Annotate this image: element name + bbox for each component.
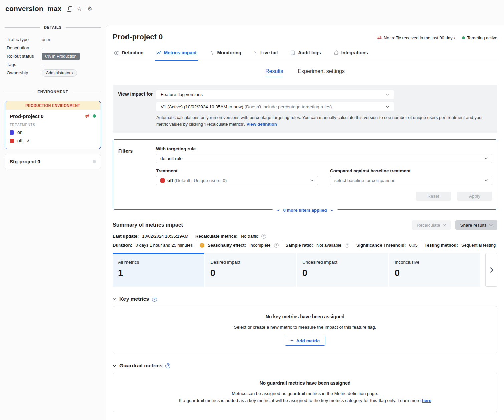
card-all-metrics[interactable]: All metrics 1: [113, 253, 204, 287]
chevron-down-icon: [277, 209, 280, 211]
environment-heading: ENVIRONMENT: [37, 90, 68, 94]
puzzle-icon: [334, 50, 339, 55]
warning-icon: !: [200, 243, 204, 248]
stg-environment-name: Stg-project 0: [10, 159, 93, 164]
main-wrap: Prod-project 0 ⇄ No traffic received in …: [106, 0, 504, 420]
collapse-icon[interactable]: [113, 298, 116, 300]
reset-button[interactable]: Reset: [416, 192, 451, 201]
key-metrics-title: Key metrics: [119, 296, 149, 302]
treatment-on-label: on: [17, 130, 23, 135]
detail-row-ownership: Ownership Administrators: [7, 69, 101, 77]
treatment-off-row: off ✳: [10, 138, 96, 143]
detail-row-description: Description -: [7, 44, 101, 52]
flag-header: conversion_max ☆ ⚙: [5, 5, 101, 13]
summary-meta-line-2: Duration: 0 days 1 hour and 25 minutes !…: [113, 243, 497, 248]
environment-card-staging[interactable]: Stg-project 0: [5, 154, 101, 169]
prod-environment-name: Prod-project 0: [10, 113, 85, 119]
chevron-down-icon: [484, 179, 488, 182]
left-sidebar: conversion_max ☆ ⚙ DETAILS Traffic type …: [0, 0, 106, 420]
tab-audit-logs[interactable]: Audit logs: [289, 48, 322, 61]
view-definition-link[interactable]: View definition: [246, 122, 277, 127]
treatment-on-color: [10, 130, 14, 135]
card-undesired-impact[interactable]: Undesired impact 0: [297, 253, 388, 287]
help-icon[interactable]: ?: [345, 243, 349, 248]
default-treatment-icon: ✳: [26, 138, 30, 143]
baseline-label: Compared against baseline treatment: [330, 168, 492, 173]
view-impact-section: View impact for Feature flag versions V1…: [113, 85, 497, 133]
treatment-label: Treatment: [156, 168, 318, 173]
no-traffic-icon: ⇄: [377, 35, 382, 41]
add-metric-button[interactable]: + Add metric: [285, 336, 325, 346]
chevron-down-icon: [386, 93, 389, 96]
impact-note: Automatic calculations only run on versi…: [156, 114, 492, 127]
help-icon[interactable]: ?: [152, 297, 157, 302]
copy-icon[interactable]: [67, 6, 72, 11]
main-panel: Prod-project 0 ⇄ No traffic received in …: [106, 25, 504, 420]
tab-live-tail[interactable]: >_ Live tail: [253, 48, 279, 61]
help-icon[interactable]: ?: [261, 234, 266, 239]
tab-metrics-impact[interactable]: Metrics impact: [155, 48, 198, 61]
card-inconclusive[interactable]: Inconclusive 0: [389, 253, 480, 287]
tab-definition[interactable]: Definition: [113, 48, 145, 61]
details-heading: DETAILS: [44, 25, 62, 29]
chevron-right-icon: [490, 267, 493, 273]
targeting-rule-dropdown[interactable]: default rule: [156, 154, 492, 163]
chevron-down-icon: [330, 209, 333, 211]
environment-divider: ENVIRONMENT: [5, 90, 101, 94]
ownership-pill[interactable]: Administrators: [42, 69, 77, 77]
help-icon[interactable]: ?: [274, 243, 279, 248]
chevron-down-icon: [443, 224, 446, 226]
learn-more-link[interactable]: here: [422, 398, 432, 403]
plus-icon: +: [290, 338, 293, 344]
summary-meta-line-1: Last update: 10/02/2024 10:35:19AM Recal…: [113, 234, 497, 239]
target-icon: [114, 50, 119, 55]
results-subtabs: Results Experiment settings: [113, 68, 497, 77]
baseline-dropdown[interactable]: select baseline for comparison: [330, 176, 492, 185]
chart-line-icon: [156, 50, 161, 55]
treatment-off-color: [10, 139, 14, 143]
environment-card-production[interactable]: PRODUCTION ENVIRONMENT Prod-project 0 ⇄ …: [5, 101, 101, 149]
treatment-dropdown[interactable]: off (Default | Unique users: 0): [156, 176, 318, 185]
details-divider: DETAILS: [5, 25, 101, 29]
collapse-icon[interactable]: [113, 365, 116, 367]
gear-icon[interactable]: ⚙: [87, 6, 92, 12]
inactive-status-dot: [93, 160, 96, 163]
metrics-summary-cards: All metrics 1 Desired impact 0 Undesired…: [113, 253, 497, 287]
terminal-icon: >_: [254, 51, 258, 55]
cards-next-button[interactable]: [485, 253, 497, 287]
tab-monitoring[interactable]: Monitoring: [208, 48, 243, 61]
impact-version-dropdown[interactable]: V1 (Active) (10/02/2024 10:35AM to now) …: [156, 102, 394, 111]
subtab-experiment-settings[interactable]: Experiment settings: [298, 68, 345, 77]
subtab-results[interactable]: Results: [265, 68, 283, 77]
help-icon[interactable]: ?: [165, 363, 170, 368]
tab-integrations[interactable]: Integrations: [332, 48, 369, 61]
page-title: Prod-project 0: [113, 33, 163, 41]
chevron-down-icon: [489, 224, 493, 226]
no-traffic-icon: ⇄: [85, 113, 89, 119]
detail-row-tags: Tags -: [7, 60, 101, 69]
apply-button[interactable]: Apply: [457, 192, 492, 201]
key-metrics-header: Key metrics ?: [113, 296, 497, 302]
treatments-label: TREATMENTS: [10, 123, 96, 127]
detail-row-rollout-status: Rollout status 0% in Production: [7, 52, 101, 60]
details-rows: Traffic type user Description - Rollout …: [5, 35, 101, 77]
card-desired-impact[interactable]: Desired impact 0: [205, 253, 296, 287]
main-tabs: Definition Metrics impact Monitoring >_ …: [113, 48, 497, 61]
flag-title: conversion_max: [5, 5, 62, 13]
rollout-status-badge: 0% in Production: [42, 53, 80, 60]
guardrail-metrics-empty-card: No guardrail metrics have been assigned …: [113, 373, 497, 412]
detail-row-traffic-type: Traffic type user: [7, 35, 101, 44]
summary-heading: Summary of metrics impact: [113, 222, 412, 228]
guardrail-metrics-title: Guardrail metrics: [119, 363, 162, 369]
impact-version-type-dropdown[interactable]: Feature flag versions: [156, 90, 394, 99]
key-metrics-empty-card: No key metrics have been assigned Select…: [113, 306, 497, 353]
share-results-button[interactable]: Share results: [455, 220, 497, 230]
filters-label: Filters: [118, 146, 156, 201]
targeting-status: Targeting active: [462, 35, 497, 40]
no-traffic-status: ⇄ No traffic received in the last 90 day…: [377, 35, 455, 41]
more-filters-toggle[interactable]: 0 more filters applied: [273, 208, 338, 213]
view-impact-label: View impact for: [118, 90, 156, 127]
chevron-down-icon: [310, 179, 314, 182]
recalculate-button[interactable]: Recalculate: [412, 220, 451, 230]
star-icon[interactable]: ☆: [77, 6, 82, 12]
